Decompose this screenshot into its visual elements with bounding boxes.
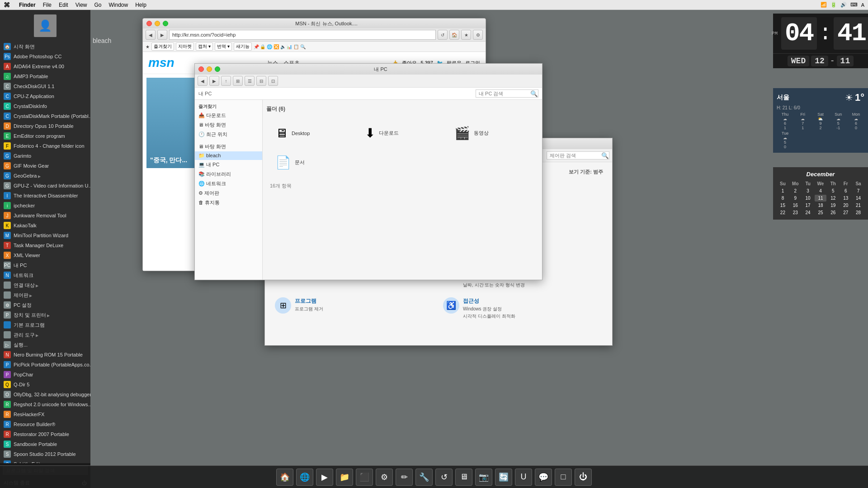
cal-day-cell[interactable]: 21 — [852, 202, 864, 209]
app-item[interactable]: GGPU-Z - Video card Information U... — [0, 181, 90, 191]
cal-day-cell[interactable]: 26 — [827, 209, 839, 216]
cal-day-cell[interactable]: 9 — [789, 195, 802, 202]
fm-back-btn[interactable]: ◀ — [198, 76, 208, 86]
app-item[interactable]: FFolderico 4 - Change folder icon — [0, 141, 90, 151]
taskbar-power-btn[interactable]: ⏻ — [575, 469, 592, 486]
menu-finder[interactable]: Finder — [19, 2, 36, 8]
browser-url-bar[interactable] — [169, 30, 436, 40]
taskbar-edit-btn[interactable]: ✏ — [396, 469, 413, 486]
cal-day-cell[interactable]: 15 — [777, 202, 789, 209]
app-item[interactable]: SSubtitle Edit — [0, 459, 90, 463]
fm-sidebar-desktop[interactable]: 🖥 바탕 화면 — [195, 120, 262, 130]
menu-help[interactable]: Help — [135, 2, 146, 8]
fm-sidebar-controlpanel[interactable]: ⚙ 제어판 — [195, 188, 262, 198]
cal-day-cell[interactable]: 3 — [802, 188, 814, 194]
fm-search-btn[interactable]: 🔍 — [530, 90, 538, 97]
app-item[interactable]: ▷실행... — [0, 340, 90, 350]
app-item[interactable]: N네트워크 — [0, 270, 90, 280]
bm-capture-btn[interactable]: 캡처 ▾ — [196, 42, 213, 51]
folder-documents[interactable]: 📄 문서 — [272, 151, 354, 174]
app-item[interactable]: 제어판 ▶ — [0, 290, 90, 300]
app-item[interactable]: GGIF Movie Gear — [0, 161, 90, 171]
cal-day-cell[interactable]: 1 — [777, 188, 789, 194]
fm-up-btn[interactable]: ↑ — [221, 76, 231, 86]
fm-forward-btn[interactable]: ▶ — [209, 76, 219, 86]
app-item[interactable]: CCPU-Z Application — [0, 91, 90, 101]
fm-view-list-btn[interactable]: ☰ — [245, 76, 255, 86]
cal-day-cell[interactable]: 12 — [827, 195, 839, 202]
browser-settings-btn[interactable]: ⚙ — [473, 30, 483, 40]
cal-day-cell[interactable]: 14 — [852, 195, 864, 202]
app-item[interactable]: CCheckDiskGUI 1.1 — [0, 81, 90, 91]
taskbar-u-key-btn[interactable]: U — [515, 469, 532, 486]
app-item[interactable]: CCrystalDiskMark Portable (Portabl... — [0, 111, 90, 121]
fm-sidebar-trash[interactable]: 🗑 휴지통 — [195, 198, 262, 207]
taskbar-home-btn[interactable]: 🏠 — [276, 469, 293, 486]
cal-day-cell[interactable]: 5 — [827, 188, 839, 194]
bm-favorites-btn[interactable]: 즐겨찾기 — [151, 42, 174, 51]
app-item[interactable]: GGeoGebra ▶ — [0, 171, 90, 181]
browser-forward-btn[interactable]: ▶ — [157, 30, 167, 40]
taskbar-media-btn[interactable]: ▶ — [316, 469, 333, 486]
cal-day-cell[interactable]: 24 — [802, 209, 814, 216]
browser-home-btn[interactable]: 🏠 — [449, 30, 459, 40]
taskbar-display-btn[interactable]: 🖥 — [455, 469, 472, 486]
cal-day-cell[interactable]: 2 — [789, 188, 802, 194]
taskbar-terminal-btn[interactable]: ⬛ — [356, 469, 373, 486]
taskbar-camera-btn[interactable]: 📷 — [475, 469, 492, 486]
folder-downloads[interactable]: ⬇ 다운로드 — [361, 122, 443, 144]
cal-day-cell[interactable]: 8 — [777, 195, 789, 202]
app-item[interactable]: OOllyDbg, 32-bit analysing debugger — [0, 389, 90, 399]
fm-close-btn[interactable] — [198, 66, 204, 72]
cal-day-cell[interactable]: 22 — [777, 209, 789, 216]
fm-sidebar-bleach[interactable]: 📁 bleach — [195, 151, 262, 160]
app-item[interactable]: RResHackerFX — [0, 409, 90, 419]
menu-edit[interactable]: Edit — [59, 2, 68, 8]
app-item[interactable]: RRegshot 2.0 unicode for Windows... — [0, 399, 90, 409]
cal-day-cell[interactable]: 6 — [840, 188, 852, 194]
cp-search-btn[interactable]: 🔍 — [601, 152, 609, 159]
app-item[interactable]: 관리 도구 ▶ — [0, 330, 90, 340]
app-item[interactable]: CCrystalDiskInfo — [0, 101, 90, 111]
taskbar-folder-btn[interactable]: 📁 — [336, 469, 353, 486]
browser-maximize-btn[interactable] — [163, 21, 168, 26]
app-item[interactable]: EEmEditor core program — [0, 131, 90, 141]
cal-day-cell[interactable]: 28 — [852, 209, 864, 216]
app-item[interactable]: PPicPick Portable (PortableApps.co... — [0, 360, 90, 370]
cal-day-cell[interactable]: 4 — [815, 188, 827, 194]
app-item[interactable]: NNero Burning ROM 15 Portable — [0, 350, 90, 360]
cal-day-cell[interactable]: 16 — [789, 202, 802, 209]
taskbar-chat-btn[interactable]: 💬 — [535, 469, 552, 486]
taskbar-browser-btn[interactable]: 🌐 — [296, 469, 313, 486]
browser-refresh-btn[interactable]: ↺ — [438, 30, 448, 40]
taskbar-refresh-btn[interactable]: ↺ — [435, 469, 453, 486]
cal-day-cell[interactable]: 27 — [840, 209, 852, 216]
fm-maximize-btn[interactable] — [215, 66, 220, 72]
app-item[interactable]: iipchecker — [0, 201, 90, 211]
fm-view-detail-btn[interactable]: ⊡ — [268, 76, 278, 86]
fm-sidebar-libraries[interactable]: 📚 라이브러리 — [195, 169, 262, 179]
cal-day-cell[interactable]: 25 — [815, 209, 827, 216]
app-item[interactable]: ⚙PC 설정 — [0, 300, 90, 310]
fm-sidebar-mypc[interactable]: 💻 내 PC — [195, 160, 262, 169]
app-item[interactable]: QQ-Dir 5 — [0, 380, 90, 389]
taskbar-window-btn[interactable]: □ — [555, 469, 572, 486]
fm-minimize-btn[interactable] — [207, 66, 212, 72]
cal-day-cell[interactable]: 23 — [789, 209, 802, 216]
menu-window[interactable]: Window — [109, 2, 128, 8]
folder-desktop[interactable]: 🖥 Desktop — [272, 122, 354, 144]
app-item[interactable]: GGarimto — [0, 151, 90, 161]
taskbar-settings-btn[interactable]: ⚙ — [376, 469, 393, 486]
app-item[interactable]: TTask Manager DeLuxe — [0, 240, 90, 250]
app-item[interactable]: SSandboxie Portable — [0, 439, 90, 449]
menu-go[interactable]: Go — [94, 2, 102, 8]
app-item[interactable]: 연결 대상 ▶ — [0, 280, 90, 290]
app-item[interactable]: 기본 프로그램 — [0, 320, 90, 330]
app-item[interactable]: XXML Viewer — [0, 250, 90, 260]
bm-newfeature-btn[interactable]: 새기능 — [234, 42, 252, 51]
app-item[interactable]: P장치 및 프린터 ▶ — [0, 310, 90, 320]
app-item[interactable]: JJunkware Removal Tool — [0, 211, 90, 221]
cp-category-item[interactable]: ⊞프로그램프로그램 제거 — [272, 295, 437, 322]
cal-day-cell[interactable]: 10 — [802, 195, 814, 202]
fm-sidebar-desktop2[interactable]: 🖥 바탕 화면 — [195, 142, 262, 151]
